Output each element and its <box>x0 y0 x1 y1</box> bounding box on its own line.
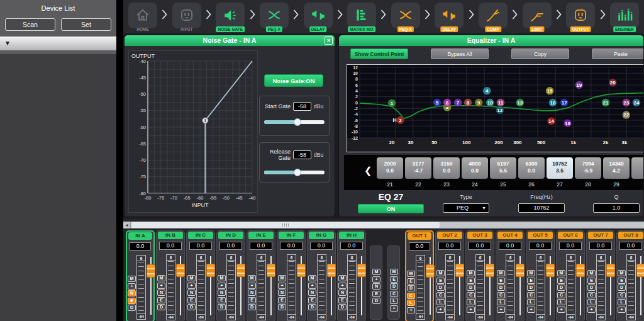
strip-button-+[interactable]: + <box>497 307 505 313</box>
strip-button-L[interactable]: L <box>527 299 535 305</box>
strip-button-C[interactable]: C <box>557 292 565 298</box>
strip-button-M[interactable]: M <box>467 270 475 276</box>
channel-gain-value[interactable]: 0.0 <box>469 242 491 250</box>
slider-handle[interactable] <box>294 118 301 126</box>
strip-button-D[interactable]: D <box>618 284 626 291</box>
eq-band-button-22[interactable]: 3177-4.7 <box>405 157 431 179</box>
strip-button-D[interactable]: D <box>557 284 565 291</box>
eq-band-button-24[interactable]: 40000.0 <box>462 157 488 179</box>
eq-band-button-partial[interactable] <box>631 157 644 179</box>
fader-track[interactable] <box>638 256 644 315</box>
channel-strip-in-f[interactable]: IN F0.0M+NED6-64 <box>277 230 306 321</box>
fader-handle[interactable] <box>426 264 435 278</box>
channel-strip-out-7[interactable]: OUT 70.0MEDCL+6-64 <box>586 230 615 321</box>
channel-gain-value[interactable]: 0.0 <box>340 242 363 250</box>
fader-handle[interactable] <box>546 264 555 277</box>
strip-button-C[interactable]: C <box>618 292 626 298</box>
strip-button-E[interactable]: E <box>557 278 565 284</box>
strip-button-M[interactable]: M <box>557 270 565 276</box>
type-select[interactable]: ▼ PEQ <box>443 203 489 213</box>
strip-button-E[interactable]: E <box>618 278 626 284</box>
fader-track[interactable] <box>457 256 463 315</box>
strip-button-+[interactable]: + <box>527 307 535 313</box>
fader-track[interactable] <box>328 256 335 315</box>
channel-gain-value[interactable]: 0.0 <box>619 242 642 250</box>
strip-button-E[interactable]: E <box>372 291 380 297</box>
strip-button-M[interactable]: M <box>338 275 347 281</box>
channel-strip-out-1[interactable]: OUT 10.0MEDCL+6-64 <box>405 230 434 321</box>
strip-button-D[interactable]: D <box>372 298 380 304</box>
strip-button-E[interactable]: E <box>187 297 196 303</box>
channel-gain-value[interactable]: 0.0 <box>499 242 521 250</box>
strip-button-M[interactable]: M <box>390 269 398 275</box>
channel-strip-out-5[interactable]: OUT 50.0MEDCL+6-64 <box>526 230 555 321</box>
toolbar-item-peq-x-3[interactable]: PEQ-X <box>260 3 289 31</box>
set-button[interactable]: Set <box>61 18 111 31</box>
channel-gain-value[interactable]: 0.0 <box>219 242 242 250</box>
eq-band-button-26[interactable]: 63000.0 <box>518 157 545 179</box>
strip-button-E[interactable]: E <box>497 278 505 284</box>
eq-on-button[interactable]: ON <box>358 204 424 213</box>
strip-button-E[interactable]: E <box>467 278 475 284</box>
show-control-point-button[interactable]: Show Control Point <box>350 48 408 59</box>
scan-button[interactable]: Scan <box>5 18 55 31</box>
fader-track[interactable] <box>177 256 184 315</box>
eq-band-button-25[interactable]: 51975.5 <box>490 157 516 179</box>
channel-gain-value[interactable]: 0.0 <box>529 242 552 250</box>
strip-button-C[interactable]: C <box>527 292 535 298</box>
strip-button-N[interactable]: N <box>128 290 136 296</box>
strip-button-L[interactable]: L <box>436 299 445 305</box>
toolbar-item-delay-4[interactable]: DELAY <box>304 3 333 31</box>
start-gate-value[interactable]: -58 <box>293 102 311 111</box>
strip-button-L[interactable]: L <box>467 299 475 305</box>
noise-gate-chart[interactable]: OUTPUT-40-45-50-55-60-65-70-75-80-80-75-… <box>129 51 257 212</box>
toolbar-item-noise-gate-2[interactable]: NOISE GATE <box>216 3 245 31</box>
strip-button-M[interactable]: M <box>372 269 380 275</box>
fader-track[interactable] <box>547 256 553 315</box>
toolbar-item-limit-9[interactable]: LIMIT <box>523 3 552 31</box>
strip-button-E[interactable]: E <box>278 297 286 303</box>
strip-button-E[interactable]: E <box>128 298 136 304</box>
strip-button-M[interactable]: M <box>308 275 316 281</box>
strip-button-D[interactable]: D <box>436 284 445 291</box>
fader-track[interactable] <box>517 256 523 315</box>
fader-handle[interactable] <box>236 264 245 277</box>
strip-button-M[interactable]: M <box>218 275 226 281</box>
strip-button-E[interactable]: E <box>390 276 398 283</box>
fader-track[interactable] <box>577 256 584 315</box>
eq-response-chart[interactable]: 121086420-2-4-6-8-10-1220305010020030050… <box>347 65 644 152</box>
strip-button-D[interactable]: D <box>128 305 136 311</box>
strip-button-E[interactable]: E <box>527 278 535 284</box>
channel-strip-out-8[interactable]: OUT 80.0MEDCL+6-64 <box>616 230 644 321</box>
fader-handle[interactable] <box>606 264 615 277</box>
strip-button-+[interactable]: + <box>128 283 136 290</box>
fader-handle[interactable] <box>486 264 494 277</box>
fader-handle[interactable] <box>327 264 336 277</box>
noise-gate-titlebar[interactable]: Noise Gate - IN A ✕ <box>125 35 335 46</box>
fader-handle[interactable] <box>206 264 215 277</box>
strip-button-D[interactable]: D <box>407 285 415 291</box>
channel-gain-value[interactable]: 0.0 <box>130 242 151 251</box>
channel-strip-in-h[interactable]: IN H0.0M+NED6-64 <box>337 230 366 321</box>
strip-button-C[interactable]: C <box>467 292 475 298</box>
channel-strip-in-d[interactable]: IN D0.0M+NED6-64 <box>216 230 245 321</box>
strip-button-L[interactable]: L <box>390 298 398 304</box>
fader-track[interactable] <box>148 257 154 315</box>
fader-track[interactable] <box>298 256 304 315</box>
channel-gain-value[interactable]: 0.0 <box>280 242 303 250</box>
strip-button-N[interactable]: N <box>187 290 196 296</box>
fader-track[interactable] <box>238 256 244 315</box>
strip-button-+[interactable]: + <box>587 307 596 313</box>
strip-button-+[interactable]: + <box>308 283 316 289</box>
strip-button-D[interactable]: D <box>338 304 347 310</box>
strip-button-+[interactable]: + <box>248 283 256 289</box>
equalizer-titlebar[interactable]: Equalizer - IN A <box>339 35 643 46</box>
strip-button-L[interactable]: L <box>497 299 505 305</box>
strip-button-M[interactable]: M <box>278 275 286 281</box>
eq-band-button-27[interactable]: 107623.5 <box>547 157 573 179</box>
fader-track[interactable] <box>358 256 365 315</box>
strip-button-+[interactable]: + <box>557 307 565 313</box>
strip-button-N[interactable]: N <box>372 283 380 290</box>
strip-button-+[interactable]: + <box>618 307 626 313</box>
channel-gain-value[interactable]: 0.0 <box>310 242 333 250</box>
